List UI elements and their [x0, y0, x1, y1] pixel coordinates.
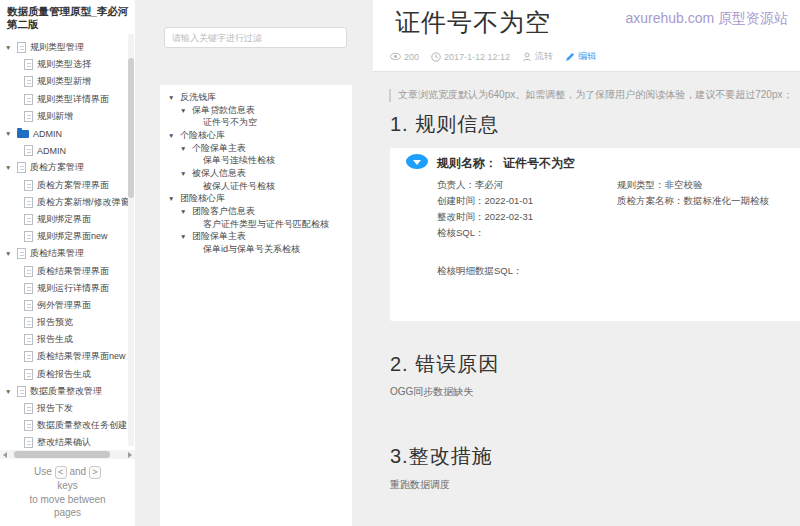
- sidebar-item-label: 报告生成: [37, 333, 73, 346]
- page-icon: [17, 162, 26, 173]
- collapse-arrow-icon[interactable]: ▼: [5, 388, 17, 395]
- collapse-arrow-icon[interactable]: ▼: [180, 170, 192, 177]
- page-icon: [24, 403, 33, 414]
- sidebar-item[interactable]: 质检方案新增/修改弹窗: [0, 194, 135, 211]
- sidebar-item-label: 规则类型详情界面: [37, 93, 109, 106]
- sidebar-item-label: 质检方案管理: [30, 161, 84, 174]
- tree-node-rule[interactable]: 保单号连续性检核: [160, 154, 352, 167]
- tree-node-label: 保单id与保单号关系检核: [203, 243, 300, 256]
- section2-body: OGG同步数据缺失: [390, 385, 473, 399]
- sidebar-item[interactable]: 规则绑定界面: [0, 211, 135, 228]
- sidebar-item-qc-plan-mgmt[interactable]: ▼质检方案管理: [0, 159, 135, 176]
- tree-node-library[interactable]: ▼个险核心库: [160, 129, 352, 142]
- sidebar-item[interactable]: 质检结果管理界面: [0, 262, 135, 279]
- collapse-arrow-icon[interactable]: ▼: [180, 233, 192, 240]
- sidebar-item[interactable]: 规则类型选择: [0, 56, 135, 73]
- collapse-arrow-icon[interactable]: ▼: [180, 107, 192, 114]
- sidebar-item-rectify-mgmt[interactable]: ▼数据质量整改管理: [0, 383, 135, 400]
- sidebar-item-label: 规则运行详情界面: [37, 282, 109, 295]
- section3-body: 重跑数据调度: [390, 478, 450, 492]
- collapse-arrow-icon[interactable]: ▼: [5, 164, 17, 171]
- width-notice: 文章浏览宽度默认为640px。如需调整，为了保障用户的阅读体验，建议不要超过72…: [389, 88, 793, 102]
- sidebar-item-rule-type-mgmt[interactable]: ▼规则类型管理: [0, 39, 135, 56]
- document-header: 证件号不为空 axurehub.com 原型资源站 200 2017-1-12 …: [373, 0, 800, 72]
- sidebar-item-label: 质检方案管理界面: [37, 179, 109, 192]
- scroll-left-arrow-icon[interactable]: [3, 452, 7, 458]
- notice-text: 文章浏览宽度默认为640px。如需调整，为了保障用户的阅读体验，建议不要超过72…: [398, 88, 793, 102]
- scroll-right-arrow-icon[interactable]: [128, 452, 132, 458]
- collapse-arrow-icon[interactable]: ▼: [5, 44, 17, 51]
- sidebar-item[interactable]: 规则新增: [0, 108, 135, 125]
- sidebar-item-label: 报告下发: [37, 402, 73, 415]
- sidebar-item[interactable]: 规则运行详情界面: [0, 280, 135, 297]
- collapse-arrow-icon[interactable]: ▼: [5, 130, 17, 137]
- tree-node-rule[interactable]: 被保人证件号检核: [160, 180, 352, 193]
- meta-bar: 200 2017-1-12 12:12 流转 编辑: [390, 50, 608, 63]
- collapse-arrow-icon[interactable]: ▼: [5, 250, 17, 257]
- tree-node-label: 证件号不为空: [203, 116, 257, 129]
- sidebar-item[interactable]: 规则类型新增: [0, 73, 135, 90]
- sidebar-item[interactable]: 报告生成: [0, 331, 135, 348]
- sidebar-item[interactable]: 数据质量整改任务创建: [0, 417, 135, 434]
- sidebar-item-label: 规则类型管理: [30, 41, 84, 54]
- tree-node-table[interactable]: ▼团险保单主表: [160, 231, 352, 244]
- page-title: 证件号不为空: [395, 6, 551, 39]
- folder-icon: [17, 130, 29, 138]
- sidebar-item[interactable]: 规则类型详情界面: [0, 91, 135, 108]
- tree-node-label: 被保人信息表: [192, 167, 246, 180]
- tree-node-table[interactable]: ▼个险保单主表: [160, 142, 352, 155]
- collapse-arrow-icon[interactable]: ▼: [168, 132, 180, 139]
- sidebar-item[interactable]: 报告预览: [0, 314, 135, 331]
- scrollbar-thumb[interactable]: [14, 451, 110, 458]
- edit-button[interactable]: 编辑: [565, 50, 596, 63]
- sidebar-item-admin-folder[interactable]: ▼ADMIN: [0, 125, 135, 142]
- tree-node-table[interactable]: ▼被保人信息表: [160, 167, 352, 180]
- sidebar-vertical-scrollbar[interactable]: [128, 34, 134, 446]
- section1-heading: 1. 规则信息: [390, 111, 499, 138]
- sidebar-item[interactable]: 例外管理界面: [0, 297, 135, 314]
- sidebar-item[interactable]: 质检报告生成: [0, 366, 135, 383]
- page-icon: [24, 317, 33, 328]
- sidebar-item-label: 规则新增: [37, 110, 73, 123]
- scrollbar-thumb[interactable]: [128, 58, 134, 198]
- views-counter: 200: [390, 52, 419, 62]
- tree-node-rule[interactable]: 客户证件类型与证件号匹配检核: [160, 218, 352, 231]
- collapse-arrow-icon[interactable]: ▼: [180, 145, 192, 152]
- tree-node-label: 保单号连续性检核: [203, 154, 275, 167]
- page-icon: [24, 231, 33, 242]
- sidebar-item-label: 规则类型新增: [37, 75, 91, 88]
- sidebar-item[interactable]: ADMIN: [0, 142, 135, 159]
- search-input[interactable]: [164, 27, 347, 48]
- sidebar-item-label: 规则绑定界面new: [37, 230, 108, 243]
- tree-node-rule-current[interactable]: 证件号不为空: [160, 116, 352, 129]
- tree-node-label: 反洗钱库: [180, 91, 216, 104]
- rule-info-card: 规则名称：证件号不为空 负责人：李必河 规则类型：非空校验 创建时间：2022-…: [390, 148, 800, 321]
- sidebar-item-label: 规则类型选择: [37, 58, 91, 71]
- collapse-arrow-icon[interactable]: ▼: [168, 94, 180, 101]
- page-icon: [17, 42, 26, 53]
- collapse-arrow-icon[interactable]: ▼: [168, 195, 180, 202]
- sidebar-item-qc-result-mgmt[interactable]: ▼质检结果管理: [0, 245, 135, 262]
- document-body: 文章浏览宽度默认为640px。如需调整，为了保障用户的阅读体验，建议不要超过72…: [373, 73, 800, 526]
- tree-node-table[interactable]: ▼保单贷款信息表: [160, 104, 352, 117]
- tree-node-library[interactable]: ▼团险核心库: [160, 193, 352, 206]
- sidebar-item[interactable]: 报告下发: [0, 400, 135, 417]
- tree-node-rule[interactable]: 保单id与保单号关系检核: [160, 243, 352, 256]
- sidebar-item[interactable]: 规则绑定界面new: [0, 228, 135, 245]
- tree-node-library[interactable]: ▼反洗钱库: [160, 91, 352, 104]
- tree-node-table[interactable]: ▼团险客户信息表: [160, 205, 352, 218]
- sidebar-item[interactable]: 质检方案管理界面: [0, 177, 135, 194]
- collapse-arrow-icon[interactable]: ▼: [180, 208, 192, 215]
- views-count: 200: [404, 52, 419, 62]
- sidebar-horizontal-scrollbar[interactable]: [0, 450, 135, 459]
- prototype-title: 数据质量管理原型_李必河第二版: [0, 0, 135, 33]
- sidebar-item[interactable]: 整改结果确认: [0, 434, 135, 451]
- clock-icon: [431, 52, 441, 62]
- sidebar-item[interactable]: 质检结果管理界面new: [0, 348, 135, 365]
- sitemap-tree: ▼规则类型管理 规则类型选择 规则类型新增 规则类型详情界面 规则新增 ▼ADM…: [0, 39, 135, 452]
- watermark-link[interactable]: axurehub.com 原型资源站: [625, 10, 788, 28]
- page-icon: [24, 145, 33, 156]
- publish-time: 2017-1-12 12:12: [431, 52, 510, 62]
- tree-node-label: 团险保单主表: [192, 230, 246, 243]
- page-icon: [24, 76, 33, 87]
